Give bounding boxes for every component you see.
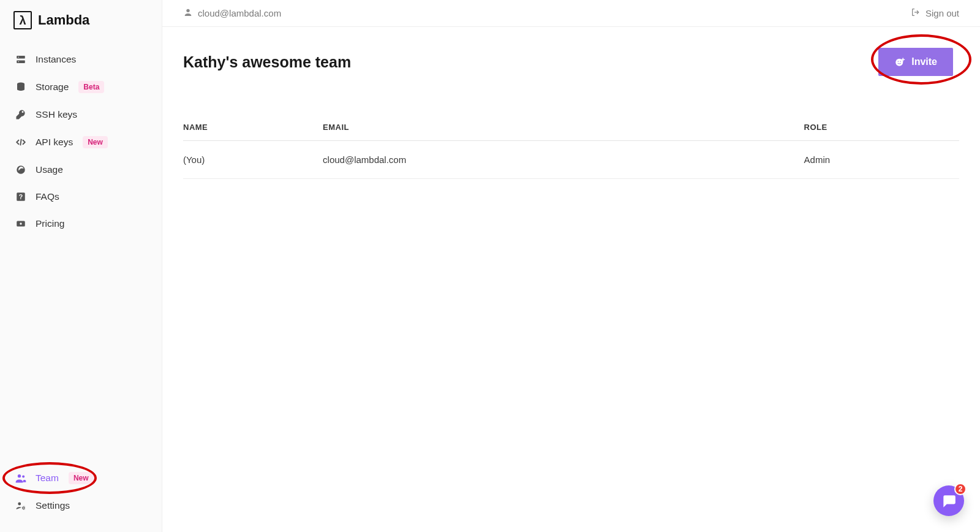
sidebar-item-settings[interactable]: Settings bbox=[6, 494, 156, 517]
svg-point-11 bbox=[22, 476, 24, 478]
user-icon bbox=[183, 7, 193, 19]
gauge-icon bbox=[15, 164, 27, 175]
signout-label: Sign out bbox=[925, 8, 959, 18]
nav-secondary: Team New Settings bbox=[0, 466, 162, 526]
chat-icon bbox=[941, 493, 957, 509]
svg-text:?: ? bbox=[19, 193, 23, 200]
brand-name: Lambda bbox=[38, 12, 89, 28]
signout-icon bbox=[911, 7, 921, 19]
cell-email: cloud@lambdal.com bbox=[323, 141, 804, 179]
sidebar-item-label: Pricing bbox=[36, 218, 64, 229]
user-gear-icon bbox=[15, 500, 27, 511]
svg-rect-0 bbox=[17, 56, 25, 59]
sidebar-item-label: Usage bbox=[36, 164, 63, 175]
invite-face-plus-icon bbox=[894, 56, 905, 67]
content: Kathy's awesome team Invite NAME EMAIL R… bbox=[162, 27, 980, 200]
main: cloud@lambdal.com Sign out Kathy's aweso… bbox=[162, 0, 980, 532]
cell-name: (You) bbox=[183, 141, 323, 179]
team-icon bbox=[15, 472, 27, 484]
svg-point-2 bbox=[18, 57, 20, 58]
members-table: NAME EMAIL ROLE (You) cloud@lambdal.com … bbox=[183, 123, 959, 179]
svg-point-9 bbox=[20, 222, 21, 224]
topbar: cloud@lambdal.com Sign out bbox=[162, 0, 980, 27]
svg-point-18 bbox=[900, 61, 902, 63]
sidebar-item-label: Settings bbox=[36, 500, 70, 511]
table-header-row: NAME EMAIL ROLE bbox=[183, 123, 959, 141]
table-row: (You) cloud@lambdal.com Admin bbox=[183, 141, 959, 179]
code-icon bbox=[15, 137, 27, 148]
sidebar-item-instances[interactable]: Instances bbox=[6, 48, 156, 71]
invite-button[interactable]: Invite bbox=[878, 48, 953, 76]
sidebar-item-label: Instances bbox=[36, 54, 76, 65]
badge-beta: Beta bbox=[78, 81, 104, 93]
sidebar-item-label: API keys bbox=[36, 137, 73, 148]
sidebar-item-usage[interactable]: Usage bbox=[6, 158, 156, 181]
lambda-mark-icon: λ bbox=[13, 11, 32, 29]
price-icon bbox=[15, 218, 27, 229]
svg-point-3 bbox=[18, 61, 20, 63]
badge-new: New bbox=[69, 472, 94, 484]
chat-launcher[interactable]: 2 bbox=[933, 485, 964, 516]
col-email-header: EMAIL bbox=[323, 123, 804, 141]
sidebar-item-faqs[interactable]: ? FAQs bbox=[6, 185, 156, 208]
invite-button-label: Invite bbox=[911, 56, 937, 67]
svg-rect-1 bbox=[17, 61, 25, 64]
page-title: Kathy's awesome team bbox=[183, 53, 351, 71]
sidebar: λ Lambda Instances Storage Beta SSH keys bbox=[0, 0, 162, 532]
question-icon: ? bbox=[15, 191, 27, 202]
svg-point-12 bbox=[18, 503, 21, 506]
sidebar-item-label: Team bbox=[36, 473, 59, 484]
topbar-user-email: cloud@lambdal.com bbox=[198, 8, 281, 18]
svg-point-14 bbox=[186, 9, 189, 12]
brand-logo[interactable]: λ Lambda bbox=[0, 11, 162, 48]
sidebar-item-label: SSH keys bbox=[36, 109, 77, 120]
sidebar-item-api-keys[interactable]: API keys New bbox=[6, 130, 156, 154]
server-icon bbox=[15, 54, 27, 65]
svg-point-13 bbox=[23, 507, 24, 509]
svg-point-10 bbox=[18, 474, 21, 477]
sidebar-item-storage[interactable]: Storage Beta bbox=[6, 75, 156, 99]
team-header: Kathy's awesome team Invite bbox=[183, 44, 959, 80]
sidebar-item-label: Storage bbox=[36, 82, 69, 93]
sidebar-item-ssh-keys[interactable]: SSH keys bbox=[6, 103, 156, 126]
chat-unread-badge: 2 bbox=[954, 483, 967, 495]
badge-new: New bbox=[83, 136, 108, 148]
col-role-header: ROLE bbox=[804, 123, 959, 141]
database-icon bbox=[15, 82, 27, 93]
cell-role: Admin bbox=[804, 141, 959, 179]
nav-primary: Instances Storage Beta SSH keys API keys… bbox=[0, 48, 162, 235]
key-icon bbox=[15, 109, 27, 120]
sidebar-item-team[interactable]: Team New bbox=[6, 466, 156, 490]
signout-link[interactable]: Sign out bbox=[911, 7, 959, 19]
svg-point-17 bbox=[898, 61, 899, 63]
sidebar-item-label: FAQs bbox=[36, 191, 59, 202]
topbar-user: cloud@lambdal.com bbox=[183, 7, 281, 19]
sidebar-item-pricing[interactable]: Pricing bbox=[6, 212, 156, 235]
svg-line-5 bbox=[20, 139, 21, 146]
col-name-header: NAME bbox=[183, 123, 323, 141]
